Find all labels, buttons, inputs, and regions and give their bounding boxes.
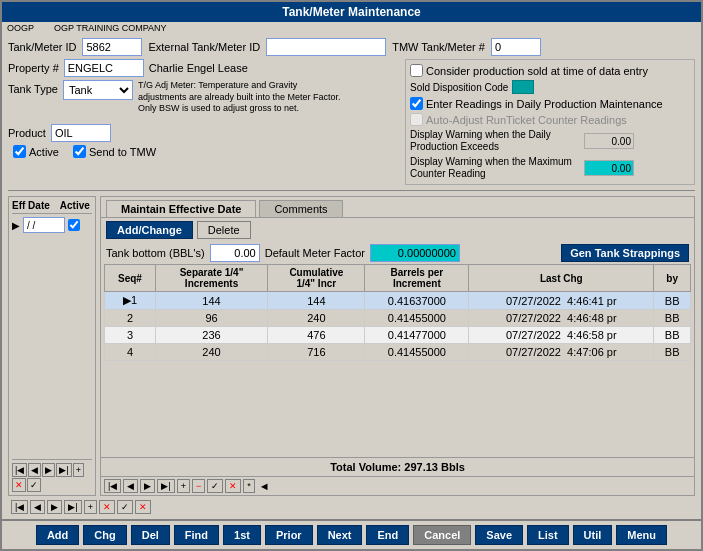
- col-by: by: [654, 265, 691, 292]
- external-id-input[interactable]: [266, 38, 386, 56]
- tmw-input[interactable]: [491, 38, 541, 56]
- inner-nav-last[interactable]: ▶|: [157, 479, 174, 493]
- external-id-label: External Tank/Meter ID: [148, 41, 260, 53]
- save-button[interactable]: Save: [475, 525, 523, 545]
- cell-last-chg: 07/27/2022 4:46:41 pr: [469, 292, 654, 310]
- add-button[interactable]: Add: [36, 525, 79, 545]
- gen-strappings-button[interactable]: Gen Tank Strappings: [561, 244, 689, 262]
- eff-date-panel: Eff Date Active ▶ |◀ ◀ ▶ ▶| + ✕ ✓: [8, 196, 96, 496]
- tank-bottom-row: Tank bottom (BBL's) Default Meter Factor…: [101, 242, 694, 264]
- cell-barrels: 0.41455000: [365, 310, 469, 327]
- left-nav-next[interactable]: ▶: [42, 463, 55, 477]
- warn-daily-input[interactable]: [584, 133, 634, 149]
- app-title: Tank/Meter Maintenance: [282, 5, 420, 19]
- enter-readings-checkbox[interactable]: [410, 97, 423, 110]
- cell-cumulative: 476: [268, 327, 365, 344]
- outer-nav-add[interactable]: +: [84, 500, 97, 514]
- warn-max-input[interactable]: [584, 160, 634, 176]
- cell-cumulative: 716: [268, 344, 365, 361]
- cell-separate: 96: [155, 310, 267, 327]
- property-input[interactable]: [64, 59, 144, 77]
- inner-nav-asterisk[interactable]: *: [243, 479, 255, 493]
- outer-nav-del[interactable]: ✕: [99, 500, 115, 514]
- company-id: OOGP: [7, 23, 34, 33]
- inner-nav-tick[interactable]: ✓: [207, 479, 223, 493]
- cell-last-chg: 07/27/2022 4:47:06 pr: [469, 344, 654, 361]
- left-nav-first[interactable]: |◀: [12, 463, 27, 477]
- left-nav-del[interactable]: ✕: [12, 478, 26, 492]
- inner-nav-first[interactable]: |◀: [104, 479, 121, 493]
- inner-nav-next[interactable]: ▶: [140, 479, 155, 493]
- col-last-chg: Last Chg: [469, 265, 654, 292]
- active-checkbox[interactable]: [13, 145, 26, 158]
- table-row[interactable]: 3 236 476 0.41477000 07/27/2022 4:46:58 …: [105, 327, 691, 344]
- outer-nav-next[interactable]: ▶: [47, 500, 62, 514]
- table-row[interactable]: 2 96 240 0.41455000 07/27/2022 4:46:48 p…: [105, 310, 691, 327]
- del-button[interactable]: Del: [131, 525, 170, 545]
- divider-1: [8, 190, 695, 191]
- find-button[interactable]: Find: [174, 525, 219, 545]
- row-arrow: ▶: [12, 220, 20, 231]
- outer-nav-first[interactable]: |◀: [11, 500, 28, 514]
- left-nav-save[interactable]: ✓: [27, 478, 41, 492]
- eff-date-input[interactable]: [23, 217, 65, 233]
- table-row[interactable]: 4 240 716 0.41455000 07/27/2022 4:47:06 …: [105, 344, 691, 361]
- chg-button[interactable]: Chg: [83, 525, 126, 545]
- inner-nav-prev[interactable]: ◀: [123, 479, 138, 493]
- title-bar: Tank/Meter Maintenance: [2, 2, 701, 22]
- left-nav-prev[interactable]: ◀: [28, 463, 41, 477]
- default-factor-input[interactable]: [370, 244, 460, 262]
- outer-nav-cancel[interactable]: ✕: [135, 500, 151, 514]
- cell-seq: ▶1: [105, 292, 156, 310]
- cell-seq: 4: [105, 344, 156, 361]
- product-input[interactable]: [51, 124, 111, 142]
- main-window: Tank/Meter Maintenance OOGP OGP TRAINING…: [0, 0, 703, 551]
- enter-readings-label: Enter Readings in Daily Production Maint…: [426, 98, 663, 110]
- eff-date-active-checkbox[interactable]: [68, 219, 80, 231]
- col-barrels: Barrels perIncrement: [365, 265, 469, 292]
- tank-type-label: Tank Type: [8, 83, 58, 95]
- left-nav-add[interactable]: +: [73, 463, 84, 477]
- util-button[interactable]: Util: [573, 525, 613, 545]
- auto-adjust-label: Auto-Adjust RunTicket Counter Readings: [426, 114, 627, 126]
- inner-nav-add[interactable]: +: [177, 479, 190, 493]
- left-nav-last[interactable]: ▶|: [56, 463, 71, 477]
- prior-button[interactable]: Prior: [265, 525, 313, 545]
- inner-nav-x[interactable]: ✕: [225, 479, 241, 493]
- first-button[interactable]: 1st: [223, 525, 261, 545]
- cell-barrels: 0.41455000: [365, 344, 469, 361]
- tg-note: T/G Adj Meter: Temperature and Gravity a…: [138, 80, 348, 115]
- default-factor-label: Default Meter Factor: [265, 247, 365, 259]
- send-tmw-label: Send to TMW: [89, 146, 156, 158]
- active-label: Active: [29, 146, 59, 158]
- cell-separate: 240: [155, 344, 267, 361]
- end-button[interactable]: End: [366, 525, 409, 545]
- delete-button[interactable]: Delete: [197, 221, 251, 239]
- next-button[interactable]: Next: [317, 525, 363, 545]
- inner-nav-bar: |◀ ◀ ▶ ▶| + − ✓ ✕ * ◄: [101, 476, 694, 495]
- menu-button[interactable]: Menu: [616, 525, 667, 545]
- table-row[interactable]: ▶1 144 144 0.41637000 07/27/2022 4:46:41…: [105, 292, 691, 310]
- auto-adjust-checkbox[interactable]: [410, 113, 423, 126]
- tank-meter-id-input[interactable]: [82, 38, 142, 56]
- cell-by: BB: [654, 292, 691, 310]
- outer-nav-last[interactable]: ▶|: [64, 500, 81, 514]
- tab-comments[interactable]: Comments: [259, 200, 342, 217]
- add-change-button[interactable]: Add/Change: [106, 221, 193, 239]
- outer-nav-prev[interactable]: ◀: [30, 500, 45, 514]
- tank-type-select[interactable]: Tank Meter: [63, 80, 133, 100]
- active-header: Active: [60, 200, 90, 211]
- consider-prod-checkbox[interactable]: [410, 64, 423, 77]
- tank-bottom-input[interactable]: [210, 244, 260, 262]
- cancel-button[interactable]: Cancel: [413, 525, 471, 545]
- send-tmw-checkbox[interactable]: [73, 145, 86, 158]
- cell-by: BB: [654, 327, 691, 344]
- list-button[interactable]: List: [527, 525, 569, 545]
- inner-nav-minus[interactable]: −: [192, 479, 205, 493]
- maintain-panel: Maintain Effective Date Comments Add/Cha…: [100, 196, 695, 496]
- sold-disp-color[interactable]: [512, 80, 534, 94]
- product-label: Product: [8, 127, 46, 139]
- tab-maintain[interactable]: Maintain Effective Date: [106, 200, 256, 217]
- outer-nav-save[interactable]: ✓: [117, 500, 133, 514]
- cell-by: BB: [654, 310, 691, 327]
